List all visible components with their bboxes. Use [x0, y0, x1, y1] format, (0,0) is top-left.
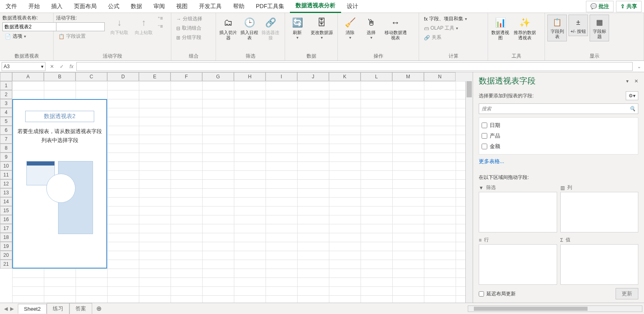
row-header[interactable]: 19 [0, 242, 12, 251]
pivot-placeholder[interactable]: 数据透视表2 若要生成报表，请从数据透视表字段列表中选择字段 [12, 99, 107, 269]
name-box[interactable]: A3▾ [2, 62, 45, 71]
row-header[interactable]: 17 [0, 224, 12, 233]
sheet-tab-sheet2[interactable]: Sheet2 [18, 304, 47, 314]
sheet-nav-prev-icon[interactable]: ◀ [4, 306, 8, 312]
comments-button[interactable]: 💬批注 [586, 1, 614, 12]
tab-developer[interactable]: 开发工具 [193, 0, 227, 13]
column-header[interactable]: E [139, 72, 171, 81]
rows-drop-area[interactable] [479, 244, 557, 285]
row-header[interactable]: 10 [0, 161, 12, 170]
more-tables-link[interactable]: 更多表格... [473, 155, 644, 168]
field-checkbox[interactable] [482, 133, 487, 139]
row-header[interactable]: 4 [0, 108, 12, 117]
insert-timeline-button[interactable]: 🕒插入日程表 [240, 15, 259, 42]
pivotchart-button[interactable]: 📊数据透视图 [491, 15, 510, 42]
field-pane-settings-button[interactable]: ⚙▾ [626, 91, 638, 100]
horizontal-scrollbar[interactable] [468, 305, 642, 312]
tab-page-layout[interactable]: 页面布局 [68, 0, 102, 13]
column-header[interactable]: F [171, 72, 202, 81]
column-header[interactable]: L [361, 72, 392, 81]
cancel-formula-icon[interactable]: ✕ [47, 64, 57, 69]
accept-formula-icon[interactable]: ✓ [57, 64, 67, 69]
update-button[interactable]: 更新 [616, 288, 638, 299]
row-header[interactable]: 1 [0, 81, 12, 90]
row-header[interactable]: 16 [0, 215, 12, 224]
column-header[interactable]: G [202, 72, 234, 81]
tab-view[interactable]: 视图 [171, 0, 193, 13]
pivot-field-item[interactable]: 产品 [481, 131, 636, 141]
worksheet-grid[interactable]: ABCDEFGHIJKLMN 1234567891011121314151617… [0, 72, 473, 303]
refresh-button[interactable]: 🔄刷新 [287, 15, 307, 41]
tab-file[interactable]: 文件 [0, 0, 23, 13]
columns-drop-area[interactable] [560, 192, 639, 232]
active-field-input[interactable] [56, 22, 105, 31]
plus-minus-toggle[interactable]: ±+/- 按钮 [568, 15, 588, 36]
insert-slicer-button[interactable]: 🗂插入切片器 [218, 15, 238, 42]
expand-formula-bar-icon[interactable]: ⌄ [634, 64, 644, 69]
new-sheet-button[interactable]: ⊕ [92, 305, 106, 312]
row-header[interactable]: 6 [0, 126, 12, 135]
row-header[interactable]: 9 [0, 153, 12, 161]
clear-button[interactable]: 🧹清除 [340, 15, 360, 41]
field-checkbox[interactable] [482, 144, 487, 149]
select-button[interactable]: 🖱选择 [361, 15, 381, 41]
field-list-toggle[interactable]: 📋字段列表 [547, 15, 567, 41]
tab-design[interactable]: 设计 [341, 0, 364, 13]
sheet-nav-next-icon[interactable]: ▶ [10, 306, 14, 312]
field-pane-dropdown-icon[interactable]: ▾ [626, 78, 629, 84]
expand-field-icon[interactable]: ⁺≡ [155, 15, 165, 22]
row-header[interactable]: 7 [0, 135, 12, 144]
close-field-pane-icon[interactable]: ✕ [634, 78, 638, 84]
row-header[interactable]: 13 [0, 188, 12, 197]
column-header[interactable]: D [107, 72, 139, 81]
tab-formula[interactable]: 公式 [102, 0, 125, 13]
column-header[interactable]: C [76, 72, 107, 81]
row-header[interactable]: 20 [0, 251, 12, 260]
vertical-scrollbar[interactable] [465, 81, 473, 303]
row-header[interactable]: 12 [0, 179, 12, 188]
field-settings-button[interactable]: 📋字段设置 [56, 32, 105, 41]
values-drop-area[interactable] [560, 244, 639, 285]
change-datasource-button[interactable]: 🗄更改数据源 [309, 15, 335, 41]
select-all-corner[interactable] [0, 72, 12, 81]
pivot-field-item[interactable]: 日期 [481, 120, 636, 131]
tab-pdf[interactable]: PDF工具集 [250, 0, 290, 13]
tab-data[interactable]: 数据 [125, 0, 148, 13]
tab-insert[interactable]: 插入 [45, 0, 68, 13]
column-header[interactable]: N [424, 72, 456, 81]
column-header[interactable]: M [392, 72, 424, 81]
pivot-options-button[interactable]: 📄选项 [2, 32, 28, 41]
row-header[interactable]: 11 [0, 170, 12, 179]
fx-icon[interactable]: fx [67, 64, 76, 69]
row-header[interactable]: 2 [0, 90, 12, 99]
row-header[interactable]: 21 [0, 260, 12, 269]
column-header[interactable]: A [12, 72, 44, 81]
filter-drop-area[interactable] [479, 192, 557, 232]
column-header[interactable]: H [234, 72, 266, 81]
fields-items-sets-button[interactable]: fx字段、项目和集 [421, 15, 469, 23]
column-header[interactable]: I [266, 72, 297, 81]
row-header[interactable]: 15 [0, 206, 12, 215]
column-header[interactable]: J [297, 72, 329, 81]
sheet-tab-answer[interactable]: 答案 [69, 303, 92, 314]
move-pivot-button[interactable]: ↔移动数据透视表 [383, 15, 408, 42]
field-checkbox[interactable] [482, 123, 487, 128]
field-headers-toggle[interactable]: ▦字段标题 [590, 15, 609, 41]
formula-input[interactable] [76, 62, 633, 71]
pivot-field-item[interactable]: 金额 [481, 141, 636, 152]
tab-help[interactable]: 帮助 [227, 0, 250, 13]
tab-pivot-analyze[interactable]: 数据透视表分析 [290, 0, 341, 13]
row-header[interactable]: 3 [0, 99, 12, 108]
sheet-tab-practice[interactable]: 练习 [47, 303, 69, 314]
tab-review[interactable]: 审阅 [148, 0, 171, 13]
tab-home[interactable]: 开始 [23, 0, 45, 13]
row-header[interactable]: 18 [0, 233, 12, 242]
row-header[interactable]: 8 [0, 144, 12, 153]
row-header[interactable]: 14 [0, 197, 12, 206]
collapse-field-icon[interactable]: ⁻≡ [155, 23, 165, 30]
recommended-pivot-button[interactable]: ✨推荐的数据透视表 [512, 15, 538, 42]
column-header[interactable]: B [44, 72, 76, 81]
row-header[interactable]: 5 [0, 117, 12, 126]
field-search-input[interactable]: 搜索 🔍 [479, 103, 638, 114]
share-button[interactable]: ⇪共享 [616, 1, 642, 12]
